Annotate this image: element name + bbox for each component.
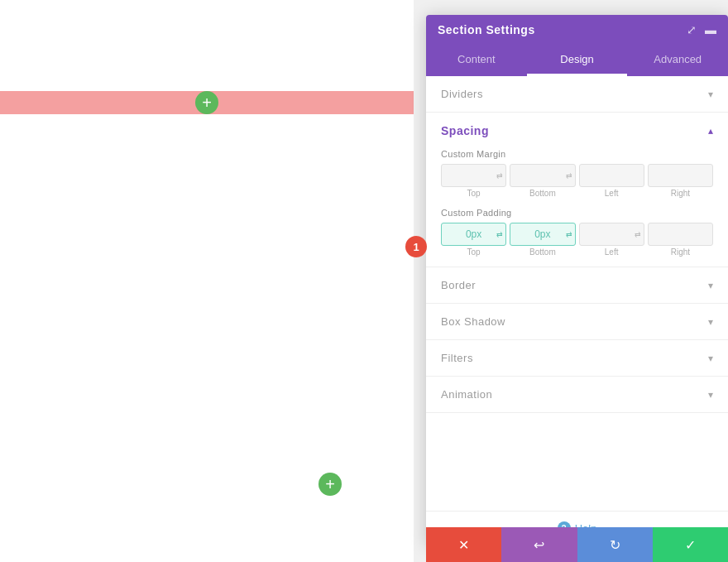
dividers-label: Dividers bbox=[441, 88, 483, 100]
panel-header: Section Settings ⤢ ▬ bbox=[426, 15, 728, 45]
padding-left-link-icon: ⇄ bbox=[635, 230, 641, 238]
padding-bottom-cell: 0px ⇄ Bottom bbox=[510, 223, 575, 257]
animation-section-row[interactable]: Animation ▾ bbox=[426, 377, 728, 413]
border-section-row[interactable]: Border ▾ bbox=[426, 267, 728, 304]
tab-content[interactable]: Content bbox=[426, 45, 527, 76]
padding-right-label: Right bbox=[671, 247, 690, 257]
padding-top-label: Top bbox=[467, 247, 481, 257]
add-section-button-bottom[interactable]: + bbox=[318, 473, 342, 496]
border-label: Border bbox=[441, 279, 476, 291]
margin-row: ⇄ Top ⇄ Bottom Left Right bbox=[441, 164, 713, 198]
margin-left-cell: Left bbox=[579, 164, 644, 198]
spacing-title: Spacing bbox=[441, 124, 489, 137]
save-button[interactable]: ✓ bbox=[653, 527, 728, 562]
margin-top-link-icon: ⇄ bbox=[496, 171, 503, 180]
tab-design[interactable]: Design bbox=[527, 45, 628, 76]
padding-left-label: Left bbox=[605, 247, 619, 257]
border-chevron: ▾ bbox=[708, 280, 713, 291]
padding-bottom-label: Bottom bbox=[529, 247, 556, 257]
section-settings-panel: Section Settings ⤢ ▬ Content Design Adva… bbox=[426, 15, 728, 545]
margin-right-input[interactable] bbox=[648, 164, 713, 187]
spacing-section-header: Spacing ▴ bbox=[441, 124, 713, 137]
filters-section-row[interactable]: Filters ▾ bbox=[426, 340, 728, 377]
animation-label: Animation bbox=[441, 388, 492, 401]
padding-left-input[interactable]: ⇄ bbox=[579, 223, 644, 246]
panel-tabs: Content Design Advanced bbox=[426, 45, 728, 76]
padding-top-cell: 0px ⇄ Top bbox=[441, 223, 506, 257]
margin-top-input[interactable]: ⇄ bbox=[441, 164, 506, 187]
padding-top-value: 0px bbox=[466, 228, 481, 240]
margin-bottom-label: Bottom bbox=[529, 189, 556, 198]
box-shadow-label: Box Shadow bbox=[441, 315, 505, 328]
margin-left-input[interactable] bbox=[579, 164, 644, 187]
fullscreen-icon[interactable]: ⤢ bbox=[687, 23, 697, 36]
tab-advanced[interactable]: Advanced bbox=[627, 45, 728, 76]
margin-bottom-cell: ⇄ Bottom bbox=[510, 164, 575, 198]
margin-top-cell: ⇄ Top bbox=[441, 164, 506, 198]
padding-top-link-icon: ⇄ bbox=[496, 230, 503, 238]
margin-bottom-link-icon: ⇄ bbox=[566, 171, 572, 180]
redo-button[interactable]: ↻ bbox=[577, 527, 653, 562]
padding-left-cell: ⇄ Left bbox=[579, 223, 644, 257]
padding-right-cell: Right bbox=[648, 223, 713, 257]
padding-bottom-link-icon: ⇄ bbox=[566, 230, 572, 238]
box-shadow-section-row[interactable]: Box Shadow ▾ bbox=[426, 304, 728, 340]
custom-margin-label: Custom Margin bbox=[441, 149, 713, 159]
pink-section-bar: + bbox=[0, 91, 414, 114]
undo-button[interactable]: ↩ bbox=[501, 527, 577, 562]
margin-top-label: Top bbox=[467, 189, 481, 198]
panel-title: Section Settings bbox=[438, 23, 535, 36]
panel-content: Dividers ▾ Spacing ▴ Custom Margin ⇄ Top bbox=[426, 76, 728, 511]
filters-label: Filters bbox=[441, 352, 473, 364]
margin-right-label: Right bbox=[671, 189, 690, 198]
margin-right-cell: Right bbox=[648, 164, 713, 198]
spacing-section: Spacing ▴ Custom Margin ⇄ Top ⇄ Bottom bbox=[426, 113, 728, 267]
padding-right-input[interactable] bbox=[648, 223, 713, 246]
canvas-area: + bbox=[0, 0, 414, 562]
margin-bottom-input[interactable]: ⇄ bbox=[510, 164, 575, 187]
panel-header-icons: ⤢ ▬ bbox=[687, 23, 716, 36]
dividers-section-row[interactable]: Dividers ▾ bbox=[426, 76, 728, 113]
box-shadow-chevron: ▾ bbox=[708, 316, 713, 328]
padding-row: 0px ⇄ Top 0px ⇄ Bottom ⇄ Left bbox=[441, 223, 713, 257]
dividers-chevron: ▾ bbox=[708, 89, 713, 100]
notification-badge: 1 bbox=[405, 236, 427, 257]
filters-chevron: ▾ bbox=[708, 353, 713, 364]
spacing-chevron[interactable]: ▴ bbox=[708, 125, 713, 137]
padding-top-input[interactable]: 0px ⇄ bbox=[441, 223, 506, 246]
collapse-icon[interactable]: ▬ bbox=[705, 23, 716, 36]
custom-padding-label: Custom Padding bbox=[441, 208, 713, 218]
add-section-button-top[interactable]: + bbox=[195, 91, 218, 114]
cancel-button[interactable]: ✕ bbox=[426, 527, 501, 562]
padding-bottom-input[interactable]: 0px ⇄ bbox=[510, 223, 575, 246]
animation-chevron: ▾ bbox=[708, 389, 713, 401]
padding-bottom-value: 0px bbox=[534, 228, 550, 240]
margin-left-label: Left bbox=[605, 189, 619, 198]
action-bar: ✕ ↩ ↻ ✓ bbox=[426, 527, 728, 562]
